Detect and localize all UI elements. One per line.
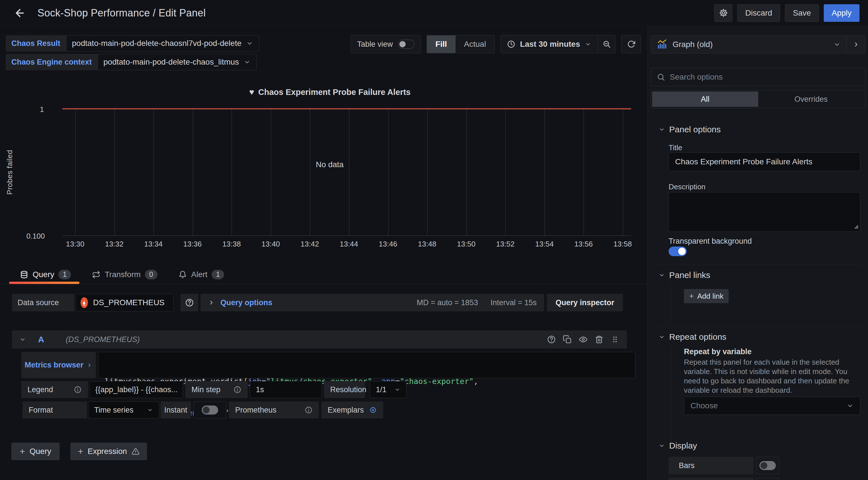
tab-label: Query xyxy=(33,270,54,279)
tab-alert[interactable]: Alert 1 xyxy=(179,265,224,284)
table-view-toggle[interactable] xyxy=(398,40,414,49)
x-tick-label: 13:44 xyxy=(340,240,358,248)
gear-icon xyxy=(719,8,728,18)
transparent-background-toggle[interactable] xyxy=(669,246,687,256)
exemplars-source-label: Prometheus xyxy=(235,406,277,415)
resize-handle-icon[interactable] xyxy=(850,221,859,230)
exemplars-icon[interactable] xyxy=(369,406,377,414)
datasource-row: Data source DS_PROMETHEUS Query options … xyxy=(12,294,623,311)
datasource-help-button[interactable] xyxy=(180,294,198,311)
zoom-out-icon xyxy=(602,40,611,48)
save-button[interactable]: Save xyxy=(785,4,819,22)
variable-value-dropdown[interactable]: podtato-main-pod-delete-chaos_litmus xyxy=(98,54,257,70)
promql-editor[interactable]: litmuschaos_experiment_verdict{job="litm… xyxy=(98,352,636,378)
section-repeat-options[interactable]: Repeat options xyxy=(658,332,726,342)
zoom-out-button[interactable] xyxy=(598,35,615,53)
search-options-input[interactable] xyxy=(670,72,860,81)
tab-transform[interactable]: Transform 0 xyxy=(92,265,157,284)
add-link-button[interactable]: + Add link xyxy=(684,289,729,303)
plot-area[interactable]: No data 13:3013:3213:3413:3613:3813:4013… xyxy=(62,109,631,236)
x-tick-label: 13:30 xyxy=(66,240,84,248)
section-display[interactable]: Display xyxy=(658,441,697,450)
resolution-label: Resolution xyxy=(330,385,367,394)
instant-toggle[interactable] xyxy=(202,406,218,415)
datasource-label: Data source xyxy=(12,294,74,311)
legend-label: Legend xyxy=(28,385,53,394)
format-select[interactable]: Time series xyxy=(88,402,159,418)
gridline xyxy=(310,109,310,236)
instant-toggle-box xyxy=(193,402,226,418)
help-icon[interactable] xyxy=(547,335,556,344)
min-step-input[interactable] xyxy=(250,381,322,398)
query-options-bar[interactable]: Query options MD = auto = 1853 Interval … xyxy=(200,294,544,311)
next-option-toggle-box xyxy=(756,478,779,480)
add-expression-button[interactable]: + Expression xyxy=(70,443,147,460)
gridline xyxy=(623,109,623,236)
repeat-by-variable-label: Repeat by variable xyxy=(684,347,752,356)
tab-query[interactable]: Query 1 xyxy=(20,265,71,284)
actual-option[interactable]: Actual xyxy=(456,35,495,53)
back-button[interactable] xyxy=(12,6,27,21)
chevron-down-icon xyxy=(394,386,401,393)
eye-icon[interactable] xyxy=(579,335,588,344)
tab-overrides[interactable]: Overrides xyxy=(758,92,864,107)
section-heading: Display xyxy=(669,441,697,450)
panel-title-input[interactable] xyxy=(669,152,860,171)
refresh-button[interactable] xyxy=(621,35,641,53)
section-panel-options[interactable]: Panel options xyxy=(658,125,721,134)
transparent-background-label: Transparent background xyxy=(669,237,752,246)
x-tick-label: 13:36 xyxy=(183,240,202,248)
description-field-label: Description xyxy=(669,182,706,191)
add-query-button[interactable]: + Query xyxy=(11,443,60,460)
max-data-points-text: MD = auto = 1853 xyxy=(417,298,478,307)
query-inspector-button[interactable]: Query inspector xyxy=(547,294,623,311)
tab-all[interactable]: All xyxy=(652,92,758,107)
plus-icon: + xyxy=(689,292,694,300)
x-tick-label: 13:34 xyxy=(144,240,162,248)
legend-input[interactable] xyxy=(89,381,183,398)
format-value: Time series xyxy=(94,406,134,415)
variable-value: podtato-main-pod-delete-chaosnl7vd-pod-d… xyxy=(72,39,242,48)
variable-chaos-engine-context: Chaos Engine context podtato-main-pod-de… xyxy=(6,54,257,70)
info-icon xyxy=(234,386,241,393)
panel-settings-button[interactable] xyxy=(714,4,733,22)
table-view-label: Table view xyxy=(357,40,393,49)
time-range-picker[interactable]: Last 30 minutes xyxy=(501,40,598,49)
gridline xyxy=(231,109,232,236)
gridline xyxy=(153,109,154,236)
x-tick-label: 13:54 xyxy=(535,240,554,248)
toggle-viz-picker-button[interactable] xyxy=(847,35,865,54)
trash-icon[interactable] xyxy=(594,335,603,344)
fill-actual-switch: Fill Actual xyxy=(427,35,495,53)
resolution-select[interactable]: 1/1 xyxy=(370,381,406,398)
discard-button[interactable]: Discard xyxy=(737,4,780,22)
graph-viz-icon xyxy=(657,39,668,50)
gridline xyxy=(584,109,584,236)
apply-button[interactable]: Apply xyxy=(824,4,860,22)
query-row-header[interactable]: A (DS_PROMETHEUS) xyxy=(12,331,627,348)
chevron-down-icon xyxy=(147,407,153,413)
info-icon xyxy=(74,386,82,393)
top-bar: Sock-Shop Performance / Edit Panel Disca… xyxy=(0,0,868,26)
gridline xyxy=(466,109,467,236)
metrics-browser-button[interactable]: Metrics browser xyxy=(21,352,96,378)
chevron-down-icon xyxy=(846,402,854,409)
visualization-select[interactable]: Graph (old) xyxy=(651,35,847,54)
x-tick-label: 13:46 xyxy=(379,240,397,248)
info-icon xyxy=(305,406,313,414)
bars-toggle[interactable] xyxy=(760,461,776,470)
title-field-label: Title xyxy=(669,143,682,152)
prometheus-icon xyxy=(81,297,88,308)
fill-option[interactable]: Fill xyxy=(427,35,455,53)
interval-text: Interval = 15s xyxy=(491,298,537,307)
repeat-variable-select[interactable]: Choose xyxy=(684,397,860,415)
drag-handle-icon[interactable] xyxy=(611,335,620,344)
instant-label: Instant xyxy=(164,406,187,415)
copy-icon[interactable] xyxy=(563,335,572,344)
section-heading: Panel options xyxy=(669,125,721,134)
datasource-picker[interactable]: DS_PROMETHEUS xyxy=(75,294,174,311)
panel-description-textarea[interactable] xyxy=(669,192,860,232)
section-panel-links[interactable]: Panel links xyxy=(658,270,710,280)
tab-label: Transform xyxy=(105,270,141,279)
variable-value-dropdown[interactable]: podtato-main-pod-delete-chaosnl7vd-pod-d… xyxy=(66,35,259,52)
